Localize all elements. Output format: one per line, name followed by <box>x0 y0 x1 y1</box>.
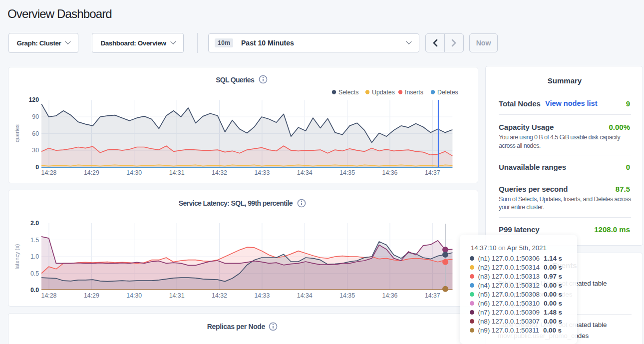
svg-text:14:37: 14:37 <box>425 169 440 176</box>
svg-text:60: 60 <box>32 130 39 137</box>
svg-text:14:32: 14:32 <box>212 169 227 176</box>
svg-text:Service Latency: SQL, 99th per: Service Latency: SQL, 99th percentile <box>179 199 293 207</box>
svg-text:14:29: 14:29 <box>84 292 99 299</box>
svg-text:14:30: 14:30 <box>126 169 142 176</box>
svg-text:14:34: 14:34 <box>297 292 313 299</box>
svg-text:14:36: 14:36 <box>382 292 398 299</box>
svg-text:queries: queries <box>14 124 20 142</box>
svg-text:14:31: 14:31 <box>169 169 185 176</box>
svg-text:0.0: 0.0 <box>30 287 39 294</box>
svg-text:14:28: 14:28 <box>41 292 57 299</box>
svg-text:Updates: Updates <box>372 89 395 96</box>
svg-text:14:30: 14:30 <box>126 292 142 299</box>
svg-text:0.5: 0.5 <box>30 270 39 277</box>
svg-text:90: 90 <box>32 113 39 120</box>
svg-text:14:28: 14:28 <box>41 169 57 176</box>
svg-text:Selects: Selects <box>338 89 358 96</box>
svg-text:latency (s): latency (s) <box>14 244 20 270</box>
svg-text:120: 120 <box>28 96 39 103</box>
svg-text:30: 30 <box>32 147 39 154</box>
svg-text:Inserts: Inserts <box>405 89 423 96</box>
svg-text:14:29: 14:29 <box>84 169 99 176</box>
svg-text:14:37: 14:37 <box>425 292 440 299</box>
svg-text:0: 0 <box>35 164 39 171</box>
svg-text:14:35: 14:35 <box>339 169 355 176</box>
svg-text:Replicas per Node: Replicas per Node <box>207 323 266 331</box>
svg-text:SQL Queries: SQL Queries <box>216 76 255 84</box>
svg-text:14:31: 14:31 <box>169 292 185 299</box>
svg-text:14:34: 14:34 <box>297 169 313 176</box>
svg-text:2.0: 2.0 <box>30 220 39 227</box>
svg-text:14:35: 14:35 <box>339 292 355 299</box>
svg-text:14:36: 14:36 <box>382 169 398 176</box>
svg-text:14:32: 14:32 <box>212 292 227 299</box>
svg-text:Deletes: Deletes <box>437 89 458 96</box>
svg-text:14:33: 14:33 <box>255 292 270 299</box>
svg-text:1.5: 1.5 <box>30 237 39 244</box>
svg-text:1.0: 1.0 <box>30 253 39 260</box>
svg-text:14:33: 14:33 <box>255 169 270 176</box>
